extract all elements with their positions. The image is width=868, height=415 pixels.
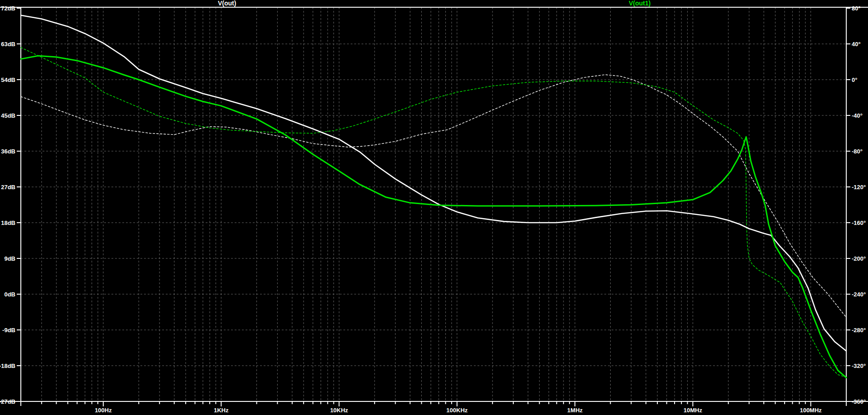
right-axis-label[interactable]: -280° [852, 327, 866, 334]
left-axis-label[interactable]: -9dB [2, 327, 15, 334]
right-axis-label[interactable]: -120° [852, 184, 866, 191]
waveform-viewer-pane: V(out) V(out1) 72dB63dB54dB45dB36dB27dB1… [0, 0, 868, 415]
freq-axis-label[interactable]: 10MHz [684, 407, 703, 414]
freq-axis-label[interactable]: 1KHz [214, 407, 229, 414]
left-axis-label[interactable]: 72dB [1, 5, 15, 12]
bode-plot-canvas[interactable]: 72dB63dB54dB45dB36dB27dB18dB9dB0dB-9dB-1… [0, 0, 868, 415]
left-axis-label[interactable]: 18dB [1, 219, 15, 226]
left-axis-label[interactable]: 54dB [1, 76, 15, 83]
freq-axis-label[interactable]: 1MHz [567, 407, 583, 414]
freq-axis-label[interactable]: 100MHz [800, 407, 822, 414]
left-axis-label[interactable]: 63dB [1, 41, 15, 48]
trace-v-out1-magnitude [21, 56, 846, 377]
left-axis-label[interactable]: 27dB [1, 184, 15, 191]
freq-axis-label[interactable]: 100Hz [95, 407, 112, 414]
freq-axis-label[interactable]: 10KHz [330, 407, 348, 414]
left-axis-label[interactable]: 45dB [1, 112, 15, 119]
trace-v-out-phase [21, 75, 846, 317]
right-axis-label[interactable]: -200° [852, 255, 866, 262]
right-axis-label[interactable]: -40° [852, 112, 863, 119]
right-axis-label[interactable]: -360° [852, 398, 866, 405]
right-axis-label[interactable]: 40° [852, 41, 861, 48]
right-axis-label[interactable]: -80° [852, 148, 863, 155]
right-axis-label[interactable]: -320° [852, 363, 866, 369]
left-axis-label[interactable]: -27dB [0, 398, 15, 405]
trace-v-out-magnitude [21, 15, 846, 351]
trace-v-out1-phase [21, 48, 846, 377]
right-axis-label[interactable]: -240° [852, 291, 866, 298]
right-axis-label[interactable]: 80° [852, 5, 861, 12]
right-axis-label[interactable]: 0° [852, 76, 857, 83]
left-axis-label[interactable]: 36dB [1, 148, 15, 155]
left-axis-label[interactable]: 0dB [4, 291, 15, 298]
left-axis-label[interactable]: -18dB [0, 363, 15, 369]
freq-axis-label[interactable]: 100KHz [446, 407, 468, 414]
left-axis-label[interactable]: 9dB [4, 255, 15, 262]
right-axis-label[interactable]: -160° [852, 219, 866, 226]
